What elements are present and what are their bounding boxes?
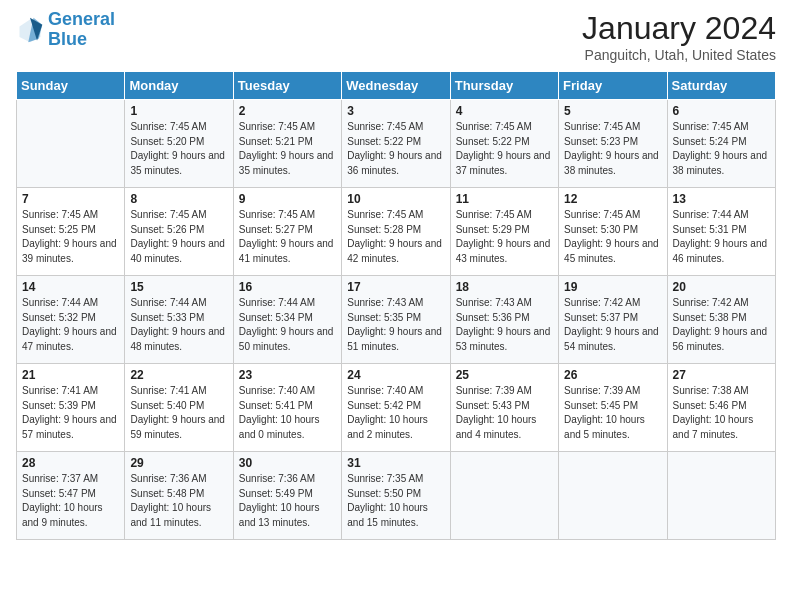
cell-info: Sunrise: 7:44 AMSunset: 5:33 PMDaylight:… bbox=[130, 296, 227, 354]
weekday-header: Tuesday bbox=[233, 72, 341, 100]
calendar-cell: 19Sunrise: 7:42 AMSunset: 5:37 PMDayligh… bbox=[559, 276, 667, 364]
day-number: 2 bbox=[239, 104, 336, 118]
cell-info: Sunrise: 7:41 AMSunset: 5:39 PMDaylight:… bbox=[22, 384, 119, 442]
calendar-cell: 4Sunrise: 7:45 AMSunset: 5:22 PMDaylight… bbox=[450, 100, 558, 188]
day-number: 4 bbox=[456, 104, 553, 118]
cell-info: Sunrise: 7:45 AMSunset: 5:23 PMDaylight:… bbox=[564, 120, 661, 178]
weekday-header: Friday bbox=[559, 72, 667, 100]
calendar-cell: 12Sunrise: 7:45 AMSunset: 5:30 PMDayligh… bbox=[559, 188, 667, 276]
calendar-cell: 3Sunrise: 7:45 AMSunset: 5:22 PMDaylight… bbox=[342, 100, 450, 188]
day-number: 31 bbox=[347, 456, 444, 470]
calendar-cell: 20Sunrise: 7:42 AMSunset: 5:38 PMDayligh… bbox=[667, 276, 775, 364]
calendar-body: 1Sunrise: 7:45 AMSunset: 5:20 PMDaylight… bbox=[17, 100, 776, 540]
calendar-cell: 24Sunrise: 7:40 AMSunset: 5:42 PMDayligh… bbox=[342, 364, 450, 452]
cell-info: Sunrise: 7:45 AMSunset: 5:27 PMDaylight:… bbox=[239, 208, 336, 266]
weekday-header: Thursday bbox=[450, 72, 558, 100]
cell-info: Sunrise: 7:44 AMSunset: 5:34 PMDaylight:… bbox=[239, 296, 336, 354]
weekday-header: Wednesday bbox=[342, 72, 450, 100]
day-number: 1 bbox=[130, 104, 227, 118]
calendar-cell: 29Sunrise: 7:36 AMSunset: 5:48 PMDayligh… bbox=[125, 452, 233, 540]
calendar-week-row: 28Sunrise: 7:37 AMSunset: 5:47 PMDayligh… bbox=[17, 452, 776, 540]
cell-info: Sunrise: 7:45 AMSunset: 5:22 PMDaylight:… bbox=[347, 120, 444, 178]
cell-info: Sunrise: 7:45 AMSunset: 5:30 PMDaylight:… bbox=[564, 208, 661, 266]
cell-info: Sunrise: 7:45 AMSunset: 5:22 PMDaylight:… bbox=[456, 120, 553, 178]
day-number: 27 bbox=[673, 368, 770, 382]
cell-info: Sunrise: 7:41 AMSunset: 5:40 PMDaylight:… bbox=[130, 384, 227, 442]
calendar-cell: 1Sunrise: 7:45 AMSunset: 5:20 PMDaylight… bbox=[125, 100, 233, 188]
logo-line2: Blue bbox=[48, 29, 87, 49]
cell-info: Sunrise: 7:36 AMSunset: 5:48 PMDaylight:… bbox=[130, 472, 227, 530]
day-number: 22 bbox=[130, 368, 227, 382]
calendar-cell: 21Sunrise: 7:41 AMSunset: 5:39 PMDayligh… bbox=[17, 364, 125, 452]
calendar-cell: 31Sunrise: 7:35 AMSunset: 5:50 PMDayligh… bbox=[342, 452, 450, 540]
day-number: 15 bbox=[130, 280, 227, 294]
day-number: 23 bbox=[239, 368, 336, 382]
day-number: 6 bbox=[673, 104, 770, 118]
calendar-cell: 18Sunrise: 7:43 AMSunset: 5:36 PMDayligh… bbox=[450, 276, 558, 364]
calendar-cell: 26Sunrise: 7:39 AMSunset: 5:45 PMDayligh… bbox=[559, 364, 667, 452]
calendar-cell: 5Sunrise: 7:45 AMSunset: 5:23 PMDaylight… bbox=[559, 100, 667, 188]
day-number: 7 bbox=[22, 192, 119, 206]
day-number: 11 bbox=[456, 192, 553, 206]
calendar-cell: 13Sunrise: 7:44 AMSunset: 5:31 PMDayligh… bbox=[667, 188, 775, 276]
calendar-cell: 22Sunrise: 7:41 AMSunset: 5:40 PMDayligh… bbox=[125, 364, 233, 452]
title-block: January 2024 Panguitch, Utah, United Sta… bbox=[582, 10, 776, 63]
calendar-cell: 15Sunrise: 7:44 AMSunset: 5:33 PMDayligh… bbox=[125, 276, 233, 364]
calendar-cell: 6Sunrise: 7:45 AMSunset: 5:24 PMDaylight… bbox=[667, 100, 775, 188]
day-number: 12 bbox=[564, 192, 661, 206]
day-number: 16 bbox=[239, 280, 336, 294]
subtitle: Panguitch, Utah, United States bbox=[582, 47, 776, 63]
cell-info: Sunrise: 7:45 AMSunset: 5:28 PMDaylight:… bbox=[347, 208, 444, 266]
calendar-cell: 10Sunrise: 7:45 AMSunset: 5:28 PMDayligh… bbox=[342, 188, 450, 276]
cell-info: Sunrise: 7:44 AMSunset: 5:31 PMDaylight:… bbox=[673, 208, 770, 266]
calendar-cell bbox=[17, 100, 125, 188]
calendar-cell bbox=[450, 452, 558, 540]
calendar-table: SundayMondayTuesdayWednesdayThursdayFrid… bbox=[16, 71, 776, 540]
calendar-header-row: SundayMondayTuesdayWednesdayThursdayFrid… bbox=[17, 72, 776, 100]
main-title: January 2024 bbox=[582, 10, 776, 47]
day-number: 19 bbox=[564, 280, 661, 294]
logo-text: General Blue bbox=[48, 10, 115, 50]
day-number: 5 bbox=[564, 104, 661, 118]
day-number: 30 bbox=[239, 456, 336, 470]
day-number: 9 bbox=[239, 192, 336, 206]
cell-info: Sunrise: 7:42 AMSunset: 5:37 PMDaylight:… bbox=[564, 296, 661, 354]
weekday-header: Monday bbox=[125, 72, 233, 100]
cell-info: Sunrise: 7:37 AMSunset: 5:47 PMDaylight:… bbox=[22, 472, 119, 530]
cell-info: Sunrise: 7:45 AMSunset: 5:29 PMDaylight:… bbox=[456, 208, 553, 266]
calendar-cell: 28Sunrise: 7:37 AMSunset: 5:47 PMDayligh… bbox=[17, 452, 125, 540]
day-number: 24 bbox=[347, 368, 444, 382]
cell-info: Sunrise: 7:43 AMSunset: 5:36 PMDaylight:… bbox=[456, 296, 553, 354]
calendar-week-row: 21Sunrise: 7:41 AMSunset: 5:39 PMDayligh… bbox=[17, 364, 776, 452]
calendar-cell: 11Sunrise: 7:45 AMSunset: 5:29 PMDayligh… bbox=[450, 188, 558, 276]
day-number: 17 bbox=[347, 280, 444, 294]
calendar-cell: 30Sunrise: 7:36 AMSunset: 5:49 PMDayligh… bbox=[233, 452, 341, 540]
day-number: 3 bbox=[347, 104, 444, 118]
calendar-week-row: 14Sunrise: 7:44 AMSunset: 5:32 PMDayligh… bbox=[17, 276, 776, 364]
cell-info: Sunrise: 7:44 AMSunset: 5:32 PMDaylight:… bbox=[22, 296, 119, 354]
cell-info: Sunrise: 7:40 AMSunset: 5:41 PMDaylight:… bbox=[239, 384, 336, 442]
calendar-cell: 16Sunrise: 7:44 AMSunset: 5:34 PMDayligh… bbox=[233, 276, 341, 364]
cell-info: Sunrise: 7:45 AMSunset: 5:26 PMDaylight:… bbox=[130, 208, 227, 266]
day-number: 26 bbox=[564, 368, 661, 382]
calendar-cell: 8Sunrise: 7:45 AMSunset: 5:26 PMDaylight… bbox=[125, 188, 233, 276]
calendar-cell: 2Sunrise: 7:45 AMSunset: 5:21 PMDaylight… bbox=[233, 100, 341, 188]
logo-line1: General bbox=[48, 9, 115, 29]
cell-info: Sunrise: 7:43 AMSunset: 5:35 PMDaylight:… bbox=[347, 296, 444, 354]
calendar-cell: 14Sunrise: 7:44 AMSunset: 5:32 PMDayligh… bbox=[17, 276, 125, 364]
day-number: 25 bbox=[456, 368, 553, 382]
cell-info: Sunrise: 7:40 AMSunset: 5:42 PMDaylight:… bbox=[347, 384, 444, 442]
cell-info: Sunrise: 7:39 AMSunset: 5:43 PMDaylight:… bbox=[456, 384, 553, 442]
day-number: 21 bbox=[22, 368, 119, 382]
cell-info: Sunrise: 7:35 AMSunset: 5:50 PMDaylight:… bbox=[347, 472, 444, 530]
day-number: 14 bbox=[22, 280, 119, 294]
cell-info: Sunrise: 7:36 AMSunset: 5:49 PMDaylight:… bbox=[239, 472, 336, 530]
day-number: 18 bbox=[456, 280, 553, 294]
day-number: 8 bbox=[130, 192, 227, 206]
cell-info: Sunrise: 7:45 AMSunset: 5:25 PMDaylight:… bbox=[22, 208, 119, 266]
cell-info: Sunrise: 7:45 AMSunset: 5:24 PMDaylight:… bbox=[673, 120, 770, 178]
generalblue-icon bbox=[16, 16, 44, 44]
header: General Blue January 2024 Panguitch, Uta… bbox=[16, 10, 776, 63]
calendar-cell: 7Sunrise: 7:45 AMSunset: 5:25 PMDaylight… bbox=[17, 188, 125, 276]
calendar-cell: 17Sunrise: 7:43 AMSunset: 5:35 PMDayligh… bbox=[342, 276, 450, 364]
